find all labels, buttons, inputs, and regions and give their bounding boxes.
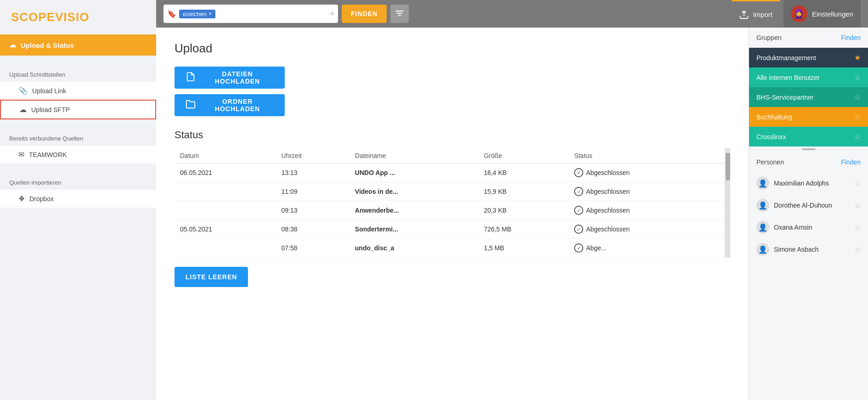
search-tag[interactable]: ezeichen × <box>179 10 215 18</box>
settings-button[interactable]: 🧕 Einstellungen <box>783 0 861 28</box>
panel-divider[interactable] <box>749 146 868 152</box>
groups-header: Gruppen Finden <box>749 28 868 48</box>
person-item-dorothee-al-duhoun[interactable]: 👤 Dorothee Al-Duhoun ☆ <box>749 194 868 216</box>
upload-sftp-icon: ☁ <box>19 105 27 114</box>
person-avatar-maximilian: 👤 <box>756 177 769 190</box>
group-label-buchhaltung: Buchhaltung <box>756 113 792 121</box>
cell-groesse-2: 20,3 KB <box>478 201 569 220</box>
star-icon-crosslinxx[interactable]: ☆ <box>854 132 861 141</box>
star-icon-bhs-servicepartner[interactable]: ☆ <box>854 93 861 101</box>
col-uhrzeit: Uhrzeit <box>276 148 349 163</box>
teamwork-label: TEAMWORK <box>29 151 67 158</box>
dateien-hochladen-label: DATEIEN HOCHLADEN <box>201 70 274 85</box>
topbar: 🔖 ezeichen × × FINDEN Import � <box>156 0 868 28</box>
star-icon-produktmanagement[interactable]: ★ <box>854 53 861 62</box>
cell-datum-2 <box>175 201 276 220</box>
dateien-hochladen-button[interactable]: DATEIEN HOCHLADEN <box>175 67 285 89</box>
cell-datum-0: 06.05.2021 <box>175 163 276 182</box>
upload-schnittstellen-section: Upload Schnittstellen <box>0 63 156 82</box>
sidebar-item-dropbox[interactable]: ❖ Dropbox <box>0 190 156 208</box>
group-label-alle-internen: Alle internen Benutzer <box>756 74 820 81</box>
find-button[interactable]: FINDEN <box>342 5 387 23</box>
filter-button[interactable] <box>390 5 409 23</box>
ordner-hochladen-label: ORDNER HOCHLADEN <box>201 98 274 113</box>
upload-status-nav-item[interactable]: ☁ Upload & Status <box>0 34 156 56</box>
search-tag-text: ezeichen <box>183 11 207 17</box>
cell-status-0: ✓Abgeschlossen <box>569 163 725 182</box>
cell-status-1: ✓Abgeschlossen <box>569 182 725 201</box>
right-panel: Gruppen Finden Produktmanagement ★ Alle … <box>749 28 868 400</box>
star-icon-alle-internen[interactable]: ☆ <box>854 73 861 82</box>
groups-list: Produktmanagement ★ Alle internen Benutz… <box>749 48 868 146</box>
group-item-bhs-servicepartner[interactable]: BHS-Servicepartner ☆ <box>749 87 868 107</box>
person-star-oxana[interactable]: ☆ <box>854 223 861 232</box>
table-row: 05.05.202108:38Sondertermi...726,5 MB✓Ab… <box>175 220 725 239</box>
cell-dateiname-2: Anwenderbe... <box>349 201 479 220</box>
person-name-oxana: Oxana Amsin <box>774 224 850 231</box>
person-name-maximilian: Maximilian Adolphs <box>774 180 850 187</box>
svg-rect-0 <box>395 11 404 11</box>
group-item-alle-internen[interactable]: Alle internen Benutzer ☆ <box>749 68 868 87</box>
star-icon-buchhaltung[interactable]: ☆ <box>854 113 861 121</box>
svg-rect-2 <box>398 15 401 16</box>
teamwork-icon: ✉ <box>18 150 24 159</box>
table-row: 09:13Anwenderbe...20,3 KB✓Abgeschlossen <box>175 201 725 220</box>
cell-groesse-3: 726,5 MB <box>478 220 569 239</box>
groups-find-link[interactable]: Finden <box>841 34 861 41</box>
cell-status-3: ✓Abgeschlossen <box>569 220 725 239</box>
group-label-produktmanagement: Produktmanagement <box>756 54 816 62</box>
import-label: Import <box>753 11 772 18</box>
liste-leeren-button[interactable]: LISTE LEEREN <box>175 267 248 287</box>
bookmark-icon: 🔖 <box>167 10 176 18</box>
cell-uhrzeit-4: 07:58 <box>276 239 349 258</box>
check-circle-icon: ✓ <box>574 225 583 234</box>
cell-uhrzeit-1: 11:09 <box>276 182 349 201</box>
col-groesse: Größe <box>478 148 569 163</box>
group-label-crosslinxx: Crosslinxx <box>756 133 786 141</box>
cell-status-4: ✓Abge... <box>569 239 725 258</box>
ordner-hochladen-button[interactable]: ORDNER HOCHLADEN <box>175 94 285 116</box>
person-item-maximilian-adolphs[interactable]: 👤 Maximilian Adolphs ☆ <box>749 172 868 194</box>
search-clear-icon[interactable]: × <box>330 10 334 18</box>
upload-status-label: Upload & Status <box>21 41 74 49</box>
group-item-produktmanagement[interactable]: Produktmanagement ★ <box>749 48 868 68</box>
table-row: 11:09Videos in de...15,9 KB✓Abgeschlosse… <box>175 182 725 201</box>
import-button[interactable]: Import <box>732 0 780 28</box>
dropbox-label: Dropbox <box>29 195 54 203</box>
cell-dateiname-1: Videos in de... <box>349 182 479 201</box>
cell-groesse-1: 15,9 KB <box>478 182 569 201</box>
person-item-simone-asbach[interactable]: 👤 Simone Asbach ☆ <box>749 238 868 260</box>
status-scrollbar[interactable] <box>725 148 730 258</box>
cell-groesse-4: 1,5 MB <box>478 239 569 258</box>
search-box[interactable]: 🔖 ezeichen × × <box>163 5 338 23</box>
upload-title: Upload <box>175 41 730 56</box>
folder-upload-icon <box>186 99 196 112</box>
status-table: Datum Uhrzeit Dateiname Größe Status 06.… <box>175 148 725 258</box>
person-star-simone[interactable]: ☆ <box>854 245 861 254</box>
search-tag-close-icon[interactable]: × <box>209 11 212 17</box>
logo-visio: VISIO <box>55 10 89 24</box>
person-name-dorothee: Dorothee Al-Duhoun <box>774 202 850 209</box>
sidebar-item-upload-sftp[interactable]: ☁ Upload SFTP <box>0 100 156 119</box>
logo-scope: SCOPE <box>11 10 55 24</box>
person-item-oxana-amsin[interactable]: 👤 Oxana Amsin ☆ <box>749 216 868 238</box>
main-content: 🔖 ezeichen × × FINDEN Import � <box>156 0 868 400</box>
groups-title: Gruppen <box>756 34 781 41</box>
group-item-buchhaltung[interactable]: Buchhaltung ☆ <box>749 107 868 127</box>
person-star-maximilian[interactable]: ☆ <box>854 179 861 188</box>
cell-uhrzeit-2: 09:13 <box>276 201 349 220</box>
settings-label: Einstellungen <box>812 10 853 18</box>
quellen-importieren-section: Quellen importieren <box>0 171 156 190</box>
persons-find-link[interactable]: Finden <box>841 158 861 166</box>
persons-list: 👤 Maximilian Adolphs ☆ 👤 Dorothee Al-Duh… <box>749 172 868 260</box>
avatar: 🧕 <box>791 6 807 22</box>
group-label-bhs-servicepartner: BHS-Servicepartner <box>756 94 814 101</box>
sidebar-item-upload-link[interactable]: 📎 Upload Link <box>0 82 156 100</box>
group-item-crosslinxx[interactable]: Crosslinxx ☆ <box>749 127 868 146</box>
sidebar-item-teamwork[interactable]: ✉ TEAMWORK <box>0 146 156 163</box>
cell-dateiname-3: Sondertermi... <box>349 220 479 239</box>
person-star-dorothee[interactable]: ☆ <box>854 201 861 210</box>
person-name-simone: Simone Asbach <box>774 246 850 253</box>
check-circle-icon: ✓ <box>574 187 583 196</box>
paperclip-icon: 📎 <box>18 86 28 95</box>
